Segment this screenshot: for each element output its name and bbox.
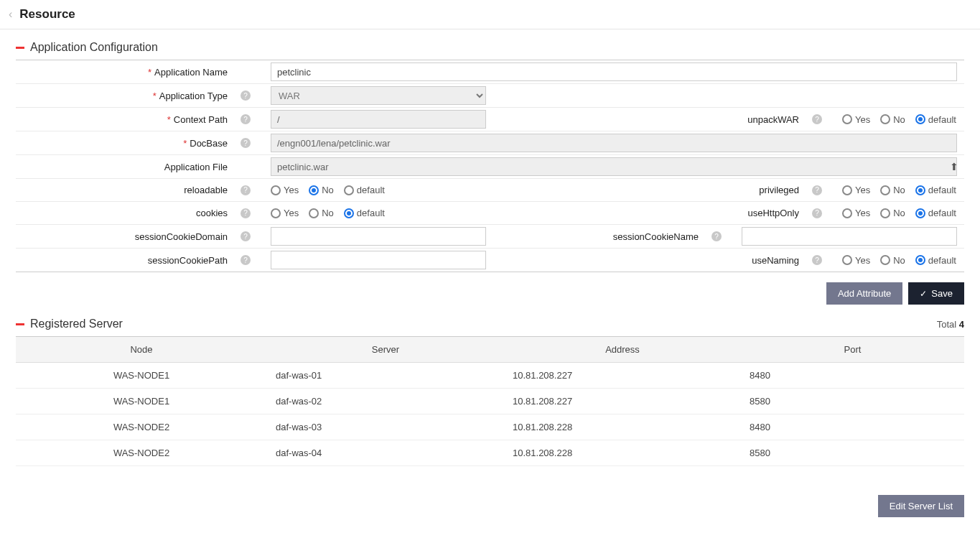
collapse-icon[interactable] — [16, 323, 24, 325]
total-label: Total 4 — [937, 319, 964, 330]
input-session-cookie-path[interactable] — [271, 251, 486, 269]
radio-no[interactable]: No — [880, 255, 905, 266]
help-icon[interactable]: ? — [241, 185, 251, 195]
label-app-type: Application Type? — [16, 84, 263, 107]
table-row: WAS-NODE1daf-was-0210.81.208.2278580 — [16, 389, 964, 414]
radio-no[interactable]: No — [880, 208, 905, 218]
save-button[interactable]: ✓Save — [908, 282, 964, 305]
th-node: Node — [16, 337, 267, 363]
label-use-http-only: useHttpOnly? — [597, 202, 835, 224]
label-session-cookie-path: sessionCookiePath? — [16, 249, 263, 272]
help-icon[interactable]: ? — [241, 208, 251, 218]
radio-yes[interactable]: Yes — [271, 185, 299, 195]
label-cookies: cookies? — [16, 202, 263, 224]
th-address: Address — [504, 337, 741, 363]
radio-cookies: Yes No default — [263, 202, 597, 224]
cell-port: 8580 — [741, 389, 964, 414]
radio-yes[interactable]: Yes — [842, 208, 870, 218]
help-icon[interactable]: ? — [241, 114, 251, 124]
label-session-cookie-name: sessionCookieName? — [496, 225, 734, 248]
select-app-type[interactable]: WAR — [271, 86, 486, 105]
label-unpack-war: unpackWAR? — [597, 108, 835, 131]
table-row: WAS-NODE2daf-was-0410.81.208.2288580 — [16, 440, 964, 466]
label-app-file: Application File — [16, 155, 263, 178]
radio-no[interactable]: No — [880, 185, 905, 195]
section-title-config: Application Configuration — [30, 41, 158, 54]
radio-no[interactable]: No — [309, 185, 334, 195]
cell-server: daf-was-02 — [267, 389, 504, 414]
help-icon[interactable]: ? — [241, 231, 251, 241]
radio-default[interactable]: default — [915, 255, 956, 266]
input-doc-base — [271, 134, 957, 152]
table-row: WAS-NODE2daf-was-0310.81.208.2288480 — [16, 414, 964, 440]
label-app-name: Application Name — [16, 60, 263, 83]
cell-address: 10.81.208.227 — [504, 389, 741, 414]
label-context-path: Context Path? — [16, 108, 263, 131]
cell-address: 10.81.208.227 — [504, 363, 741, 389]
cell-address: 10.81.208.228 — [504, 414, 741, 440]
th-server: Server — [267, 337, 504, 363]
radio-reloadable: Yes No default — [263, 179, 597, 201]
cell-port: 8480 — [741, 414, 964, 440]
radio-no[interactable]: No — [309, 208, 334, 218]
label-session-cookie-domain: sessionCookieDomain? — [16, 225, 263, 248]
add-attribute-button[interactable]: Add Attribute — [826, 282, 902, 305]
th-port: Port — [741, 337, 964, 363]
input-context-path — [271, 110, 486, 129]
radio-yes[interactable]: Yes — [842, 114, 870, 125]
help-icon[interactable]: ? — [241, 138, 251, 148]
label-privileged: privileged? — [597, 179, 835, 201]
page-title: Resource — [19, 7, 75, 22]
cell-port: 8480 — [741, 363, 964, 389]
upload-icon[interactable]: ⬆ — [950, 161, 958, 172]
cell-server: daf-was-01 — [267, 363, 504, 389]
help-icon[interactable]: ? — [812, 255, 822, 265]
radio-yes[interactable]: Yes — [842, 255, 870, 266]
radio-default[interactable]: default — [915, 185, 956, 195]
help-icon[interactable]: ? — [812, 185, 822, 195]
edit-server-list-button[interactable]: Edit Server List — [878, 495, 964, 517]
input-app-file — [271, 157, 957, 176]
radio-unpack-war: Yes No default — [835, 108, 964, 131]
section-title-servers: Registered Server — [30, 318, 123, 330]
label-doc-base: DocBase? — [16, 131, 263, 154]
help-icon[interactable]: ? — [241, 91, 251, 101]
help-icon[interactable]: ? — [812, 114, 822, 124]
config-form: Application Name Application Type? WAR C… — [16, 60, 964, 272]
server-table: Node Server Address Port WAS-NODE1daf-wa… — [16, 336, 964, 466]
radio-yes[interactable]: Yes — [842, 185, 870, 195]
cell-node: WAS-NODE2 — [16, 414, 267, 440]
table-row: WAS-NODE1daf-was-0110.81.208.2278480 — [16, 363, 964, 389]
cell-port: 8580 — [741, 440, 964, 466]
radio-use-http-only: Yes No default — [835, 202, 964, 224]
cell-node: WAS-NODE1 — [16, 389, 267, 414]
radio-default[interactable]: default — [344, 208, 385, 218]
collapse-icon[interactable] — [16, 47, 24, 49]
label-reloadable: reloadable? — [16, 179, 263, 201]
radio-privileged: Yes No default — [835, 179, 964, 201]
input-app-name[interactable] — [271, 62, 957, 81]
cell-address: 10.81.208.228 — [504, 440, 741, 466]
check-icon: ✓ — [920, 289, 927, 299]
help-icon[interactable]: ? — [812, 208, 822, 218]
cell-server: daf-was-04 — [267, 440, 504, 466]
input-session-cookie-domain[interactable] — [271, 227, 486, 246]
radio-no[interactable]: No — [880, 114, 905, 125]
back-icon[interactable]: ‹ — [9, 8, 12, 21]
radio-default[interactable]: default — [344, 185, 385, 195]
cell-server: daf-was-03 — [267, 414, 504, 440]
label-use-naming: useNaming? — [597, 249, 835, 272]
cell-node: WAS-NODE1 — [16, 363, 267, 389]
help-icon[interactable]: ? — [241, 255, 251, 265]
input-session-cookie-name[interactable] — [742, 227, 957, 246]
radio-default[interactable]: default — [915, 208, 956, 218]
radio-yes[interactable]: Yes — [271, 208, 299, 218]
help-icon[interactable]: ? — [711, 231, 722, 241]
cell-node: WAS-NODE2 — [16, 440, 267, 466]
radio-default[interactable]: default — [915, 114, 956, 125]
radio-use-naming: Yes No default — [835, 249, 964, 272]
